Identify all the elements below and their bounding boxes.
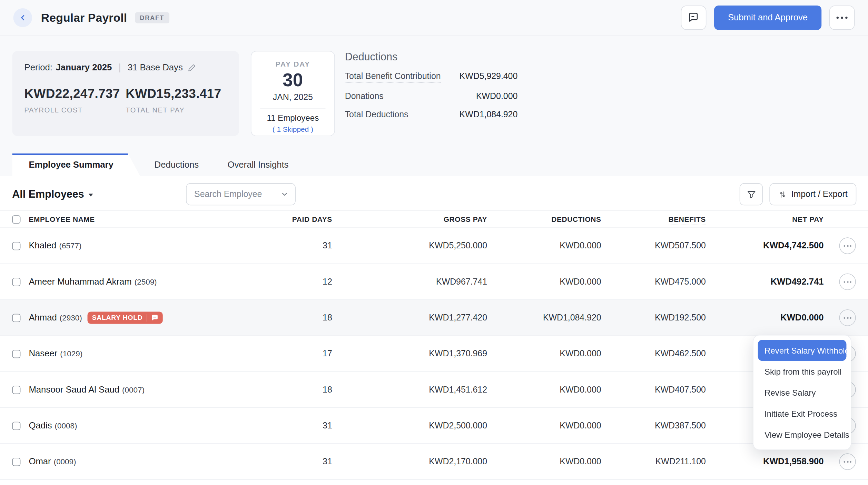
tab-overall-insights[interactable]: Overall Insights [213,153,303,176]
row-actions-button[interactable] [839,309,856,326]
page-header: Regular Payroll DRAFT Submit and Approve [0,0,868,36]
row-checkbox[interactable] [12,278,20,286]
search-employee-input[interactable] [194,189,280,199]
payroll-app: Regular Payroll DRAFT Submit and Approve… [0,0,868,485]
employee-id: (0009) [54,457,76,466]
gross-pay-cell: KWD1,370.969 [332,349,487,359]
employee-id: (0008) [55,421,77,430]
net-pay-cell: KWD0.000 [706,313,824,323]
employee-name: Omar [29,457,51,467]
row-actions-button[interactable] [839,453,856,470]
employee-id: (2930) [60,313,82,322]
employee-table-body: Khaled(6577)31KWD5,250.000KWD0.000KWD507… [0,228,868,480]
deduction-value: KWD0.000 [476,91,517,101]
row-checkbox[interactable] [12,386,20,394]
period-label: Period: [24,62,52,72]
paid-days-cell: 18 [282,385,332,395]
gross-pay-cell: KWD2,500.000 [332,420,487,430]
net-pay-cell: KWD492.741 [706,277,824,287]
menu-item-skip-from-this-payroll[interactable]: Skip from this payroll [758,361,847,382]
benefits-cell: KWD211.100 [601,457,706,467]
total-net-pay-amount: KWD15,233.417 [126,86,227,101]
column-deductions: DEDUCTIONS [487,215,601,223]
tab-label: Employee Summary [29,160,113,170]
caret-down-icon [89,194,93,197]
employee-name: Khaled [29,241,56,251]
menu-item-revert-salary-withhold[interactable]: Revert Salary Withhold [758,340,847,361]
paid-days-cell: 31 [282,457,332,467]
row-checkbox[interactable] [12,457,20,466]
chevron-down-icon [280,190,288,198]
employee-cell: Ameer Muhammad Akram(2509) [29,277,282,287]
column-gross-pay: GROSS PAY [332,215,487,223]
benefits-cell: KWD387.500 [601,420,706,430]
more-actions-button[interactable] [829,5,855,30]
employee-name: Qadis [29,420,52,430]
benefits-cell: KWD407.500 [601,385,706,395]
paid-days-cell: 18 [282,313,332,323]
import-export-icon [779,190,787,198]
paid-days-cell: 31 [282,420,332,430]
table-row: Naseer(1029)17KWD1,370.969KWD0.000KWD462… [0,336,868,372]
employee-search-combobox[interactable] [186,183,296,205]
salary-hold-label: SALARY HOLD [92,314,143,321]
tab-deductions[interactable]: Deductions [140,153,213,176]
header-actions: Submit and Approve [681,5,855,30]
paid-days-cell: 17 [282,349,332,359]
back-button[interactable] [13,8,32,27]
filter-button[interactable] [740,183,763,205]
tab-employee-summary[interactable]: Employee Summary [12,153,140,176]
gross-pay-cell: KWD1,277.420 [332,313,487,323]
row-actions-button[interactable] [839,237,856,254]
net-pay-cell: KWD4,742.500 [706,241,824,251]
period-line: Period: January 2025 | 31 Base Days [24,62,227,73]
employee-name: Naseer [29,349,57,359]
employee-name: Ameer Muhammad Akram [29,277,131,287]
gross-pay-cell: KWD1,451.612 [332,385,487,395]
deductions-cell: KWD0.000 [487,241,601,251]
comment-button[interactable] [681,5,707,30]
gross-pay-cell: KWD967.741 [332,277,487,287]
employee-id: (6577) [59,241,81,250]
status-badge: DRAFT [135,12,169,23]
deduction-label[interactable]: Total Benefit Contribution [345,71,441,83]
employee-cell: Qadis(0008) [29,420,282,430]
table-header: EMPLOYEE NAME PAID DAYS GROSS PAY DEDUCT… [0,210,868,228]
edit-pencil-icon[interactable] [188,63,196,72]
menu-item-view-employee-details[interactable]: View Employee Details [758,424,847,445]
page-title: Regular Payroll [41,11,127,24]
submit-and-approve-button[interactable]: Submit and Approve [714,5,821,30]
chevron-left-icon [18,13,27,22]
table-row: Ameer Muhammad Akram(2509)12KWD967.741KW… [0,264,868,300]
select-all-checkbox[interactable] [12,215,20,223]
total-net-pay-label: TOTAL NET PAY [126,106,227,114]
funnel-icon [747,190,756,199]
salary-hold-badge[interactable]: SALARY HOLD [88,311,162,324]
employee-group-filter[interactable]: All Employees [12,188,93,200]
benefits-cell: KWD192.500 [601,313,706,323]
employee-cell: Omar(0009) [29,457,282,467]
row-checkbox[interactable] [12,349,20,358]
menu-item-revise-salary[interactable]: Revise Salary [758,382,847,403]
deduction-row: Total DeductionsKWD1,084.920 [345,110,518,120]
table-row: Khaled(6577)31KWD5,250.000KWD0.000KWD507… [0,228,868,264]
column-paid-days: PAID DAYS [282,215,332,223]
row-checkbox[interactable] [12,422,20,430]
employee-cell: Ahmad(2930)SALARY HOLD [29,311,282,324]
employee-count: 11 Employees [251,113,334,122]
menu-item-initiate-exit-process[interactable]: Initiate Exit Process [758,403,847,424]
import-export-button[interactable]: Import / Export [770,183,856,205]
net-pay-cell: KWD1,958.900 [706,457,824,467]
employee-name: Mansoor Saud Al Saud [29,385,119,395]
import-export-label: Import / Export [791,189,848,199]
row-checkbox[interactable] [12,241,20,250]
deductions-cell: KWD0.000 [487,349,601,359]
table-row: Qadis(0008)31KWD2,500.000KWD0.000KWD387.… [0,408,868,444]
benefits-cell: KWD507.500 [601,241,706,251]
row-checkbox[interactable] [12,314,20,322]
ellipsis-icon [837,16,848,18]
gross-pay-cell: KWD2,170.000 [332,457,487,467]
skipped-count-link[interactable]: ( 1 Skipped ) [251,125,334,133]
deductions-cell: KWD0.000 [487,457,601,467]
row-actions-button[interactable] [839,274,856,290]
